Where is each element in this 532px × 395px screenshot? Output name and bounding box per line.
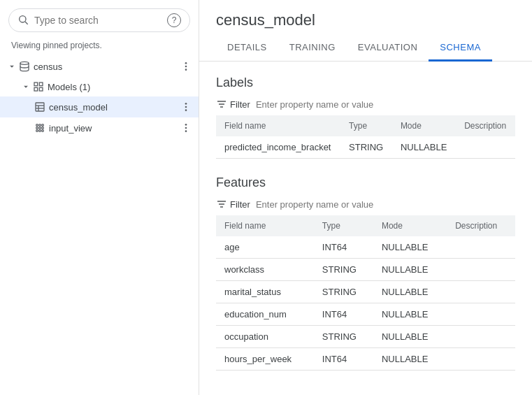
svg-rect-7 — [39, 82, 43, 86]
pinned-projects-label: Viewing pinned projects. — [0, 38, 199, 56]
features-title: Features — [216, 175, 515, 190]
type-cell: STRING — [340, 136, 392, 159]
field-name-cell: predicted_income_bracket — [216, 136, 340, 159]
resource-tree: census Models (1) — [0, 56, 199, 395]
svg-point-26 — [185, 124, 187, 126]
table-row: marital_status STRING NULLABLE — [216, 281, 515, 303]
svg-rect-8 — [34, 87, 38, 91]
table-row: occupation STRING NULLABLE — [216, 326, 515, 348]
description-cell — [447, 326, 515, 348]
svg-rect-10 — [36, 103, 44, 111]
type-cell: STRING — [314, 259, 373, 281]
tab-schema[interactable]: SCHEMA — [429, 35, 492, 62]
main-content: census_model DETAILS TRAINING EVALUATION… — [199, 0, 532, 395]
tab-bar: DETAILS TRAINING EVALUATION SCHEMA — [199, 35, 532, 62]
features-table-header: Field name Type Mode Description — [216, 215, 515, 236]
census-label: census — [34, 62, 179, 72]
description-cell — [456, 136, 515, 159]
labels-filter-bar: Filter — [216, 99, 515, 110]
labels-table: Field name Type Mode Description predict… — [216, 115, 515, 159]
more-options-icon[interactable] — [179, 100, 193, 114]
col-type: Type — [314, 215, 373, 236]
view-icon — [34, 122, 46, 134]
description-cell — [447, 259, 515, 281]
tab-details[interactable]: DETAILS — [216, 35, 278, 62]
mode-cell: NULLABLE — [373, 281, 447, 303]
svg-point-16 — [185, 109, 187, 111]
col-field-name: Field name — [216, 215, 314, 236]
svg-rect-6 — [34, 82, 38, 86]
tab-evaluation[interactable]: EVALUATION — [347, 35, 429, 62]
tab-training[interactable]: TRAINING — [278, 35, 347, 62]
features-section: Features Filter Field name Type Mode Des… — [216, 175, 515, 371]
svg-point-19 — [42, 124, 44, 127]
table-row: hours_per_week INT64 NULLABLE — [216, 348, 515, 371]
filter-icon-features: Filter — [216, 199, 250, 210]
chevron-down-icon — [6, 60, 18, 73]
svg-point-2 — [20, 62, 29, 64]
tree-item-models[interactable]: Models (1) — [0, 77, 199, 96]
chevron-down-icon — [20, 80, 32, 93]
field-name-cell: marital_status — [216, 281, 314, 303]
type-cell: INT64 — [314, 303, 373, 326]
svg-point-3 — [185, 62, 187, 64]
help-icon[interactable]: ? — [167, 13, 181, 27]
svg-point-15 — [185, 106, 187, 108]
more-options-icon[interactable] — [179, 59, 193, 73]
svg-point-21 — [39, 127, 41, 129]
svg-point-22 — [42, 127, 44, 129]
labels-title: Labels — [216, 76, 515, 90]
svg-line-1 — [25, 22, 28, 24]
svg-point-5 — [185, 69, 187, 71]
tree-item-census[interactable]: census — [0, 56, 199, 77]
col-description: Description — [456, 115, 515, 136]
field-name-cell: education_num — [216, 303, 314, 326]
models-icon — [32, 80, 45, 93]
mode-cell: NULLABLE — [373, 326, 447, 348]
svg-point-25 — [42, 130, 44, 132]
svg-point-0 — [20, 15, 26, 22]
col-mode: Mode — [373, 215, 447, 236]
census-model-label: census_model — [49, 102, 179, 113]
table-row: workclass STRING NULLABLE — [216, 259, 515, 281]
type-cell: STRING — [314, 326, 373, 348]
svg-point-27 — [185, 127, 187, 129]
features-filter-input[interactable] — [256, 199, 515, 210]
tree-item-input-view[interactable]: input_view — [0, 117, 199, 138]
tree-item-census-model[interactable]: census_model — [0, 96, 199, 117]
mode-cell: NULLABLE — [373, 236, 447, 259]
svg-point-14 — [185, 103, 187, 105]
filter-icon-labels: Filter — [216, 99, 250, 110]
labels-filter-input[interactable] — [256, 99, 515, 110]
svg-point-17 — [36, 124, 38, 127]
description-cell — [447, 236, 515, 259]
type-cell: INT64 — [314, 236, 373, 259]
features-filter-bar: Filter — [216, 199, 515, 210]
description-cell — [447, 303, 515, 326]
field-name-cell: workclass — [216, 259, 314, 281]
field-name-cell: age — [216, 236, 314, 259]
database-icon — [18, 60, 31, 73]
sidebar: ? Viewing pinned projects. census — [0, 0, 199, 395]
field-name-cell: occupation — [216, 326, 314, 348]
more-options-icon[interactable] — [179, 121, 193, 135]
col-field-name: Field name — [216, 115, 340, 136]
schema-content: Labels Filter Field name Type Mode Descr… — [199, 62, 532, 395]
model-table-icon — [34, 101, 46, 113]
svg-point-23 — [36, 130, 38, 132]
search-input[interactable] — [34, 15, 161, 26]
col-type: Type — [340, 115, 392, 136]
table-row: age INT64 NULLABLE — [216, 236, 515, 259]
models-label: Models (1) — [48, 82, 193, 92]
search-icon — [17, 14, 29, 27]
mode-cell: NULLABLE — [373, 348, 447, 371]
description-cell — [447, 348, 515, 371]
mode-cell: NULLABLE — [373, 303, 447, 326]
labels-section: Labels Filter Field name Type Mode Descr… — [216, 76, 515, 159]
description-cell — [447, 281, 515, 303]
mode-cell: NULLABLE — [392, 136, 456, 159]
page-title: census_model — [199, 0, 532, 35]
mode-cell: NULLABLE — [373, 259, 447, 281]
svg-point-4 — [185, 66, 187, 68]
type-cell: INT64 — [314, 348, 373, 371]
